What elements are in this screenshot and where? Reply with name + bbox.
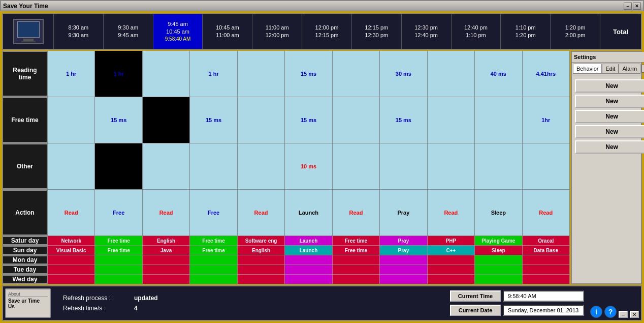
ot-cell-6 [333, 143, 380, 189]
day-cell-0-10: Oracal [523, 236, 570, 245]
day-cell-3-5 [285, 265, 332, 274]
about-label: About [8, 291, 48, 297]
day-cell-0-1: Free time [95, 236, 142, 245]
title-close-btn[interactable]: ✕ [633, 3, 641, 10]
free-time-label: Free time [2, 97, 48, 143]
about-line1: Save ur Time [8, 298, 48, 304]
day-cell-3-7 [380, 265, 427, 274]
day-cell-0-2: English [143, 236, 190, 245]
day-cell-3-1 [95, 265, 142, 274]
day-cell-3-0 [48, 265, 95, 274]
action-cells: Read Free Read Free Read Launch Read Pra… [48, 190, 570, 236]
info-btn[interactable]: i [590, 306, 602, 318]
settings-header: Settings [572, 52, 644, 63]
day-cell-0-3: Free time [190, 236, 237, 245]
new-btn-2[interactable]: New [575, 110, 644, 123]
rt-cell-8 [428, 51, 475, 97]
day-cells-0: NetworkFree timeEnglishFree timeSoftware… [48, 236, 570, 245]
tab-edit[interactable]: Edit [602, 64, 619, 74]
day-cell-1-5: Launch [285, 246, 332, 255]
day-cell-1-8: C++ [428, 246, 475, 255]
ft-cell-2 [143, 97, 190, 143]
tab-behavior[interactable]: Behavior [573, 64, 602, 74]
ot-cell-8 [428, 143, 475, 189]
ft-cell-9 [475, 97, 522, 143]
app-icon [3, 14, 54, 49]
current-date-value: Sunday, December 01, 2013 [503, 305, 584, 316]
day-cell-1-6: Free time [333, 246, 380, 255]
rt-cell-7: 30 ms [380, 51, 427, 97]
day-cell-4-8 [428, 275, 475, 284]
refresh-time-value: 4 [134, 305, 138, 312]
time-col-3: 10:45 am11:00 am [203, 14, 252, 49]
other-cells: 10 ms [48, 143, 570, 189]
ac-cell-3: Free [190, 190, 237, 236]
ac-cell-9: Sleep [475, 190, 522, 236]
tab-alarm[interactable]: Alarm [619, 64, 640, 74]
day-cell-0-5: Launch [285, 236, 332, 245]
day-cell-4-2 [143, 275, 190, 284]
ot-cell-3 [190, 143, 237, 189]
day-cell-1-2: Java [143, 246, 190, 255]
current-time-label[interactable]: Current Time [450, 290, 501, 302]
day-rows: Satur dayNetworkFree timeEnglishFree tim… [2, 236, 570, 284]
window-min-btn[interactable]: – [619, 311, 628, 318]
ac-cell-7: Pray [380, 190, 427, 236]
datetime-section: Current Time 9:58:40 AM Current Date Sun… [446, 286, 588, 320]
help-btn[interactable]: ? [604, 306, 617, 318]
day-label-1: Sun day [2, 246, 48, 255]
current-date-label[interactable]: Current Date [450, 305, 501, 316]
day-cell-1-4: English [238, 246, 285, 255]
day-cell-3-10 [523, 265, 570, 274]
day-cell-2-5 [285, 255, 332, 265]
rt-cell-total: 4.41hrs [523, 51, 570, 97]
day-cell-4-3 [190, 275, 237, 284]
new-btn-4[interactable]: New [575, 140, 644, 154]
time-col-8: 12:40 pm1:10 pm [452, 14, 501, 49]
rt-cell-2 [143, 51, 190, 97]
new-btn-0[interactable]: New [575, 79, 644, 93]
day-cells-4 [48, 275, 570, 284]
window-close-btn[interactable]: ✕ [630, 311, 639, 318]
new-buttons-list: NewNewNewNewNew [572, 75, 644, 283]
day-cell-1-7: Pray [380, 246, 427, 255]
day-cell-2-0 [48, 255, 95, 265]
free-time-cells: 15 ms 15 ms 15 ms 15 ms 1hr [48, 97, 570, 143]
ft-cell-3: 15 ms [190, 97, 237, 143]
day-cells-1: Visual BasicFree timeJavaFree timeEnglis… [48, 246, 570, 255]
day-cell-2-4 [238, 255, 285, 265]
day-cell-2-9 [475, 255, 522, 265]
day-cell-3-6 [333, 265, 380, 274]
ac-cell-1: Free [95, 190, 142, 236]
title-min-btn[interactable]: – [624, 3, 632, 10]
day-label-4: Wed day [2, 275, 48, 284]
day-row-0: Satur dayNetworkFree timeEnglishFree tim… [2, 236, 570, 246]
time-col-10: 1:20 pm2:00 pm [551, 14, 600, 49]
free-time-row: Free time 15 ms 15 ms 15 ms 15 ms 1hr [2, 97, 570, 143]
new-btn-1[interactable]: New [575, 95, 644, 108]
day-cell-4-10 [523, 275, 570, 284]
day-cell-4-1 [95, 275, 142, 284]
day-row-3: Tue day [2, 265, 570, 275]
day-cell-4-7 [380, 275, 427, 284]
day-cell-3-9 [475, 265, 522, 274]
new-btn-3[interactable]: New [575, 125, 644, 138]
other-label: Other [2, 143, 48, 189]
day-cell-2-6 [333, 255, 380, 265]
current-time-value: 9:58:40 AM [503, 290, 584, 302]
ft-cell-6 [333, 97, 380, 143]
other-row: Other 10 ms [2, 143, 570, 190]
ft-cell-8 [428, 97, 475, 143]
refresh-time-label: Refresh time/s : [63, 305, 134, 312]
ot-cell-0 [48, 143, 95, 189]
day-cell-2-3 [190, 255, 237, 265]
time-col-9: 1:10 pm1:20 pm [501, 14, 551, 49]
day-cell-1-10: Data Base [523, 246, 570, 255]
day-cell-0-6: Free time [333, 236, 380, 245]
settings-close-btn[interactable]: X [641, 65, 644, 73]
rt-cell-1: 1 hr [95, 51, 142, 97]
rt-cell-6 [333, 51, 380, 97]
time-col-6: 12:15 pm12:30 pm [352, 14, 402, 49]
day-row-1: Sun dayVisual BasicFree timeJavaFree tim… [2, 246, 570, 255]
rt-cell-3: 1 hr [190, 51, 237, 97]
